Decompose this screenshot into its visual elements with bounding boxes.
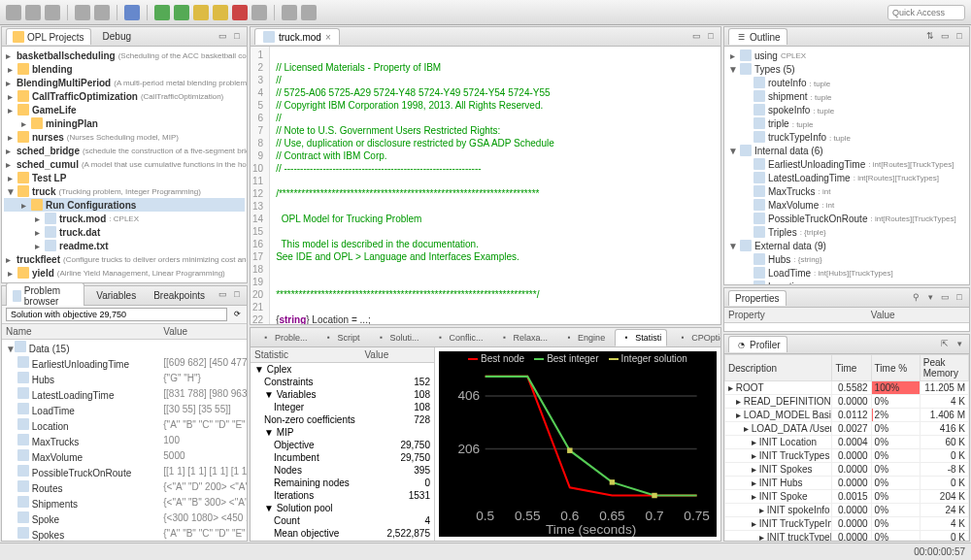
profiler-row[interactable]: ▸ ROOT0.5582100%11.205 M bbox=[725, 381, 969, 395]
twisty-icon[interactable]: ▸ bbox=[6, 132, 15, 143]
col-statistic[interactable]: Statistic bbox=[251, 347, 360, 363]
col-value[interactable]: Value bbox=[159, 324, 247, 340]
twisty-icon[interactable]: ▼ bbox=[6, 186, 15, 197]
twisty-icon[interactable]: ▸ bbox=[33, 241, 42, 251]
data-row[interactable]: LatestLoadingTime[[831 788] [980 963] [8… bbox=[2, 386, 247, 402]
save-icon[interactable] bbox=[25, 5, 41, 20]
outline-item[interactable]: MaxVolume : int bbox=[726, 198, 967, 212]
project-item[interactable]: ▸Run Configurations bbox=[4, 198, 245, 212]
tab-breakpoints[interactable]: Breakpoints bbox=[148, 288, 211, 303]
stat-row[interactable]: Count4 bbox=[251, 514, 434, 527]
quick-access-input[interactable] bbox=[887, 5, 965, 20]
stop-icon[interactable] bbox=[232, 5, 248, 20]
tab-debug[interactable]: Debug bbox=[97, 29, 137, 44]
twisty-icon[interactable]: ▼ bbox=[728, 241, 737, 251]
project-item[interactable]: ▸basketballscheduling (Scheduling of the… bbox=[4, 49, 245, 62]
outline-item[interactable]: spokeInfo : tuple bbox=[726, 103, 967, 116]
data-row[interactable]: Shipments{<"A" "B" 300> <"A" "C" 250> <.… bbox=[2, 495, 247, 511]
data-row[interactable]: Hubs{"G" "H"} bbox=[2, 371, 247, 386]
maximize-icon[interactable]: □ bbox=[954, 31, 965, 43]
data-row[interactable]: PossibleTruckOnRoute[[1 1] [1 1] [1 1] [… bbox=[2, 464, 247, 479]
config-icon[interactable] bbox=[124, 5, 140, 20]
col-description[interactable]: Description bbox=[725, 355, 832, 381]
outline-item[interactable]: EarliestUnloadingTime : int[Routes][Truc… bbox=[726, 157, 967, 171]
close-icon[interactable]: × bbox=[325, 32, 331, 43]
project-item[interactable]: ▸GameLife bbox=[4, 103, 245, 116]
maximize-icon[interactable]: □ bbox=[954, 292, 965, 304]
project-item[interactable]: ▸sched_cumul (A model that use cumulativ… bbox=[4, 157, 245, 171]
tab-variables[interactable]: Variables bbox=[90, 288, 142, 303]
bottom-tab[interactable]: ▪Script bbox=[318, 329, 366, 346]
back-icon[interactable] bbox=[282, 5, 297, 20]
data-row[interactable]: MaxVolume5000 bbox=[2, 448, 247, 464]
redo-icon[interactable] bbox=[94, 5, 110, 20]
project-item[interactable]: ▸nurses (Nurses Scheduling model, MIP) bbox=[4, 130, 245, 144]
maximize-icon[interactable]: □ bbox=[231, 31, 243, 43]
outline-item[interactable]: ▸using CPLEX bbox=[726, 49, 967, 62]
project-item[interactable]: ▸truck.dat bbox=[4, 225, 245, 239]
outline-item[interactable]: PossibleTruckOnRoute : int[Routes][Truck… bbox=[726, 212, 967, 225]
profiler-row[interactable]: ▸ LOAD_MODEL Basic Configuration-0x7f895… bbox=[725, 409, 969, 422]
profiler-row[interactable]: ▸ READ_DEFINITION truck0.00000%4 K bbox=[725, 395, 969, 409]
project-item[interactable]: ▼truck (Trucking problem, Integer Progra… bbox=[4, 184, 245, 198]
twisty-icon[interactable]: ▸ bbox=[6, 105, 15, 115]
save-all-icon[interactable] bbox=[45, 5, 60, 20]
project-item[interactable]: ▸truck.mod : CPLEX bbox=[4, 212, 245, 225]
col-stat-value[interactable]: Value bbox=[360, 347, 434, 363]
project-item[interactable]: ▸BlendingMultiPeriod (A multi-period met… bbox=[4, 76, 245, 89]
tab-outline[interactable]: ☰Outline bbox=[728, 28, 787, 45]
project-item[interactable]: ▸yield (Airline Yield Management, Linear… bbox=[4, 266, 245, 280]
tab-opl-projects[interactable]: OPL Projects bbox=[6, 28, 91, 45]
twisty-icon[interactable]: ▼ bbox=[6, 344, 15, 354]
minimize-icon[interactable]: ▭ bbox=[939, 31, 951, 43]
outline-item[interactable]: truckTypeInfo : tuple bbox=[726, 130, 967, 144]
twisty-icon[interactable]: ▸ bbox=[33, 214, 42, 224]
profiler-row[interactable]: ▸ INIT Location0.00040%60 K bbox=[725, 436, 969, 449]
stat-row[interactable]: ▼ Solution pool bbox=[251, 502, 434, 514]
twisty-icon[interactable]: ▸ bbox=[19, 200, 28, 211]
col-peak-mem[interactable]: Peak Memory bbox=[920, 355, 968, 381]
profiler-row[interactable]: ▸ LOAD_DATA /Users/nodet/BM/ILOG/CPLE...… bbox=[725, 422, 969, 436]
data-row[interactable]: Spoke{<300 1080> <450 1150> <370 9... bbox=[2, 511, 247, 526]
profiler-row[interactable]: ▸ INIT TruckTypes0.00000%0 K bbox=[725, 449, 969, 463]
data-row[interactable]: ▼ Data (15) bbox=[2, 339, 247, 355]
stat-row[interactable]: ▼ MIP bbox=[251, 426, 434, 439]
bottom-tab[interactable]: ▪Statisti bbox=[615, 329, 667, 346]
minimize-icon[interactable]: ▭ bbox=[217, 31, 228, 43]
maximize-icon[interactable]: □ bbox=[705, 31, 717, 43]
twisty-icon[interactable]: ▸ bbox=[6, 50, 11, 61]
stat-row[interactable]: Integer108 bbox=[251, 401, 434, 413]
outline-item[interactable]: routeInfo : tuple bbox=[726, 76, 967, 89]
step-over-icon[interactable] bbox=[213, 5, 228, 20]
solution-selector[interactable]: Solution with objective 29,750 bbox=[6, 308, 227, 321]
twisty-icon[interactable]: ▸ bbox=[6, 159, 11, 170]
profiler-row[interactable]: ▸ INIT spokeInfo0.00000%24 K bbox=[725, 504, 969, 517]
step-icon[interactable] bbox=[193, 5, 209, 20]
bottom-tab[interactable]: ▪Relaxa... bbox=[493, 329, 554, 346]
data-row[interactable]: Location{"A" "B" "C" "D" "E" "F" "G" "H"… bbox=[2, 417, 247, 433]
stat-row[interactable]: Objective29,750 bbox=[251, 439, 434, 451]
tab-properties[interactable]: Properties bbox=[728, 290, 787, 306]
sort-icon[interactable]: ⇅ bbox=[924, 31, 936, 43]
project-item[interactable]: ▸readme.txt bbox=[4, 239, 245, 252]
refresh-icon[interactable]: ⟳ bbox=[231, 309, 243, 320]
editor-tab-truckmod[interactable]: truck.mod × bbox=[254, 28, 340, 45]
twisty-icon[interactable]: ▸ bbox=[6, 64, 15, 75]
data-row[interactable]: Routes{<"A" "D" 200> <"A" "E" 59> <"... bbox=[2, 479, 247, 495]
debug-icon[interactable] bbox=[174, 5, 189, 20]
new-icon[interactable] bbox=[6, 5, 21, 20]
bottom-tab[interactable]: ▪Engine bbox=[557, 329, 611, 346]
export-icon[interactable]: ⇱ bbox=[939, 339, 951, 350]
stat-row[interactable]: Constraints152 bbox=[251, 376, 434, 388]
profiler-row[interactable]: ▸ INIT Hubs0.00000%0 K bbox=[725, 477, 969, 490]
twisty-icon[interactable]: ▸ bbox=[6, 173, 15, 183]
menu-icon[interactable]: ▾ bbox=[924, 292, 936, 304]
outline-item[interactable]: ▼External data (9) bbox=[726, 239, 967, 252]
minimize-icon[interactable]: ▭ bbox=[690, 31, 702, 43]
data-row[interactable]: Spokes{"A" "B" "C" "D" "E" "F"} bbox=[2, 526, 247, 542]
project-item[interactable]: ▸Test LP bbox=[4, 171, 245, 184]
stat-row[interactable]: Nodes395 bbox=[251, 464, 434, 477]
twisty-icon[interactable]: ▸ bbox=[19, 118, 28, 129]
stat-row[interactable]: ▼ Variables108 bbox=[251, 388, 434, 401]
outline-item[interactable]: shipment : tuple bbox=[726, 89, 967, 103]
